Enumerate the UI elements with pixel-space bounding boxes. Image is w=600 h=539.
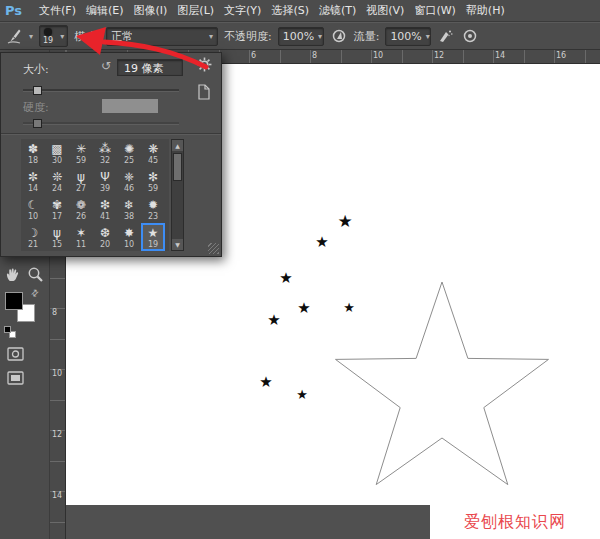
brush-preset-cell[interactable]: ✽18 bbox=[21, 139, 45, 167]
screen-mode-icon[interactable] bbox=[6, 368, 24, 388]
brush-size-label: 25 bbox=[124, 156, 134, 165]
default-colors-icon[interactable] bbox=[4, 326, 11, 333]
ruler-label: 10 bbox=[373, 51, 383, 60]
foreground-color-swatch[interactable] bbox=[5, 292, 23, 310]
brush-size-label: 21 bbox=[28, 240, 38, 249]
menubar-items: 文件(F)编辑(E)图像(I)图层(L)文字(Y)选择(S)滤镜(T)视图(V)… bbox=[34, 3, 510, 18]
brush-thumbnail-icon: ▩ bbox=[51, 142, 62, 156]
brush-size-label: 38 bbox=[124, 212, 134, 221]
brush-preset-cell[interactable]: ✸10 bbox=[117, 223, 141, 251]
reset-size-icon[interactable]: ↺ bbox=[101, 59, 111, 73]
brush-size-label: 19 bbox=[148, 240, 158, 249]
airbrush-icon[interactable] bbox=[437, 26, 455, 46]
scroll-down-icon[interactable]: ▼ bbox=[172, 239, 183, 250]
opacity-dropdown[interactable]: 100% ▾ bbox=[278, 27, 324, 46]
flow-value: 100% bbox=[390, 30, 421, 43]
brush-preset-cell[interactable]: ✾17 bbox=[45, 195, 69, 223]
scroll-up-icon[interactable]: ▲ bbox=[172, 140, 183, 151]
brush-preset-cell[interactable]: ψ27 bbox=[69, 167, 93, 195]
brush-size-label: 14 bbox=[28, 184, 38, 193]
brush-thumbnail-icon: ★ bbox=[148, 226, 159, 240]
menu-item[interactable]: 窗口(W) bbox=[409, 3, 460, 18]
brush-preset-cell[interactable]: ✼14 bbox=[21, 167, 45, 195]
menu-item[interactable]: 文字(Y) bbox=[219, 3, 266, 18]
brush-size-label: 59 bbox=[148, 184, 158, 193]
brush-preset-cell[interactable]: ✳59 bbox=[69, 139, 93, 167]
brush-tool-icon bbox=[5, 26, 23, 46]
hardness-label: 硬度: bbox=[23, 100, 49, 115]
scrollbar-thumb[interactable] bbox=[173, 153, 182, 181]
brush-preset-cell[interactable]: ✺25 bbox=[117, 139, 141, 167]
menu-item[interactable]: 编辑(E) bbox=[81, 3, 129, 18]
hardness-field-disabled bbox=[102, 99, 158, 113]
size-slider[interactable] bbox=[23, 86, 179, 96]
pressure-opacity-icon[interactable] bbox=[330, 26, 348, 46]
brush-preset-cell[interactable]: ✹23 bbox=[141, 195, 165, 223]
brush-preset-cell[interactable]: ☾10 bbox=[21, 195, 45, 223]
swap-colors-icon[interactable]: ⇄ bbox=[29, 287, 41, 299]
tool-preset-arrow-icon[interactable]: ▾ bbox=[25, 32, 33, 41]
flow-dropdown[interactable]: 100% ▾ bbox=[385, 27, 431, 46]
brush-preset-picker[interactable]: 19 ▾ bbox=[39, 25, 68, 47]
brush-thumbnail-icon: ✶ bbox=[76, 226, 86, 240]
menu-item[interactable]: 文件(F) bbox=[34, 3, 81, 18]
brush-size-label: 17 bbox=[52, 212, 62, 221]
size-slider-thumb[interactable] bbox=[33, 86, 42, 95]
mode-dropdown[interactable]: 正常 ▾ bbox=[106, 27, 218, 46]
brush-thumbnail-icon: ❄ bbox=[124, 198, 134, 212]
opacity-label: 不透明度: bbox=[224, 29, 272, 44]
brush-preset-cell[interactable]: ❁26 bbox=[69, 195, 93, 223]
pressure-size-icon[interactable] bbox=[461, 26, 479, 46]
menu-item[interactable]: 视图(V) bbox=[361, 3, 409, 18]
brush-preset-cell[interactable]: ❇41 bbox=[93, 195, 117, 223]
menu-item[interactable]: 选择(S) bbox=[266, 3, 314, 18]
menu-item[interactable]: 图层(L) bbox=[172, 3, 219, 18]
brush-preset-cell[interactable]: ▩30 bbox=[45, 139, 69, 167]
hardness-slider-disabled bbox=[23, 119, 179, 129]
brush-preset-cell[interactable]: ⁂32 bbox=[93, 139, 117, 167]
brush-thumbnail-icon: ✻ bbox=[148, 170, 158, 184]
brush-preset-cell[interactable]: Ψ39 bbox=[93, 167, 117, 195]
mode-dropdown-arrow-icon: ▾ bbox=[205, 32, 213, 41]
brush-thumbnail-icon: ψ bbox=[53, 226, 61, 240]
brush-size-label: 39 bbox=[100, 184, 110, 193]
create-new-brush-icon[interactable] bbox=[197, 84, 213, 100]
brush-size-label: 20 bbox=[100, 240, 110, 249]
menu-item[interactable]: 帮助(H) bbox=[461, 3, 510, 18]
opacity-dropdown-arrow-icon: ▾ bbox=[314, 32, 322, 41]
brush-preset-cell[interactable]: ❈46 bbox=[117, 167, 141, 195]
brush-grid-scrollbar[interactable]: ▲ ▼ bbox=[171, 139, 184, 251]
brush-size-label: 46 bbox=[124, 184, 134, 193]
size-label: 大小: bbox=[23, 62, 49, 77]
panel-menu-gear-icon[interactable] bbox=[197, 57, 213, 73]
brush-preset-dropdown-arrow-icon[interactable]: ▾ bbox=[56, 32, 64, 41]
brush-size-label: 24 bbox=[52, 184, 62, 193]
menu-item[interactable]: 滤镜(T) bbox=[314, 3, 361, 18]
brush-preset-cell[interactable]: ❆20 bbox=[93, 223, 117, 251]
photoshop-logo: Ps bbox=[5, 3, 22, 18]
brush-tool-preset[interactable]: ▾ bbox=[5, 26, 33, 46]
zoom-tool[interactable] bbox=[26, 264, 44, 284]
brush-size-label: 15 bbox=[52, 240, 62, 249]
size-field[interactable]: 19 像素 bbox=[117, 59, 183, 76]
panel-divider bbox=[1, 133, 221, 135]
brush-preset-cell[interactable]: ★19 bbox=[141, 223, 165, 251]
brush-preset-cell[interactable]: ψ15 bbox=[45, 223, 69, 251]
brush-preset-cell[interactable]: ❊24 bbox=[45, 167, 69, 195]
panel-resize-grip[interactable] bbox=[208, 243, 219, 254]
brush-preset-cell[interactable]: ❄38 bbox=[117, 195, 141, 223]
brush-size-label: 26 bbox=[76, 212, 86, 221]
brush-preset-cell[interactable]: ✶11 bbox=[69, 223, 93, 251]
brush-thumbnail-icon: ✺ bbox=[124, 142, 134, 156]
brush-preset-cell[interactable]: ☽21 bbox=[21, 223, 45, 251]
ruler-label: 14 bbox=[495, 51, 505, 60]
brush-thumbnail-icon: ☾ bbox=[28, 198, 39, 212]
hand-tool[interactable] bbox=[4, 264, 22, 284]
brush-preset-cell[interactable]: ❋45 bbox=[141, 139, 165, 167]
quick-mask-icon[interactable] bbox=[6, 344, 24, 364]
brush-thumbnail-icon: ⁂ bbox=[99, 142, 111, 156]
menu-item[interactable]: 图像(I) bbox=[129, 3, 173, 18]
brush-preset-cell[interactable]: ✻59 bbox=[141, 167, 165, 195]
opacity-value: 100% bbox=[283, 30, 314, 43]
brush-thumbnail-icon: ❇ bbox=[100, 198, 110, 212]
